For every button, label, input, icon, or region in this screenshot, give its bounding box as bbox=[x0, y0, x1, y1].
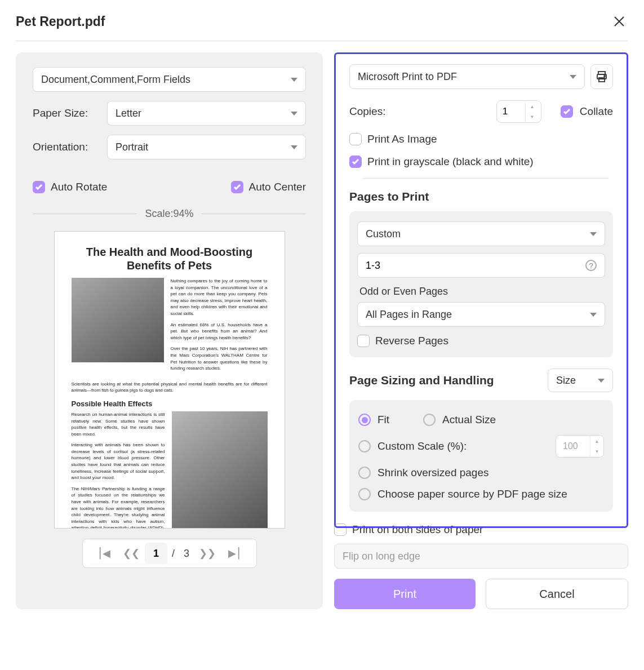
orientation-select[interactable]: Portrait bbox=[107, 135, 306, 159]
preview-title: The Health and Mood-Boosting Benefits of… bbox=[72, 245, 268, 272]
grayscale-checkbox[interactable] bbox=[349, 156, 362, 168]
preview-text: Nothing compares to the joy of coming ho… bbox=[171, 278, 268, 317]
page-preview: The Health and Mood-Boosting Benefits of… bbox=[54, 231, 285, 529]
close-button[interactable] bbox=[610, 12, 628, 30]
actual-size-label: Actual Size bbox=[442, 414, 496, 426]
auto-center-checkbox[interactable] bbox=[231, 181, 243, 193]
shrink-label: Shrink oversized pages bbox=[377, 467, 489, 479]
paper-source-radio[interactable] bbox=[358, 488, 371, 500]
preview-heading: Possible Health Effects bbox=[72, 400, 268, 408]
preview-text: Scientists are looking at what the poten… bbox=[72, 381, 268, 394]
dialog-title: Pet Report.pdf bbox=[16, 14, 105, 29]
print-as-image-checkbox[interactable] bbox=[349, 133, 362, 145]
svg-rect-2 bbox=[599, 78, 605, 82]
grayscale-label: Print in grayscale (black and white) bbox=[367, 156, 534, 168]
paper-size-value: Letter bbox=[116, 108, 141, 119]
odd-even-label: Odd or Even Pages bbox=[359, 286, 605, 298]
flip-value: Flip on long edge bbox=[343, 551, 420, 562]
scale-up-button[interactable]: ▲ bbox=[590, 436, 603, 446]
pages-to-print-box: Custom ? Odd or Even Pages All Pages in … bbox=[349, 211, 613, 357]
prev-page-button[interactable]: ❮❮ bbox=[118, 540, 145, 567]
preview-text: An estimated 68% of U.S. households have… bbox=[171, 322, 268, 341]
pages-mode-select[interactable]: Custom bbox=[357, 221, 605, 246]
odd-even-value: All Pages in Range bbox=[366, 309, 452, 321]
copies-up-button[interactable]: ▲ bbox=[526, 101, 539, 112]
current-page-input[interactable] bbox=[145, 543, 167, 564]
fit-label: Fit bbox=[377, 414, 389, 426]
printer-select[interactable]: Microsoft Print to PDF bbox=[349, 64, 585, 89]
highlighted-region: Microsoft Print to PDF Copies: ▲ ▼ bbox=[334, 52, 628, 528]
shrink-radio[interactable] bbox=[358, 467, 371, 479]
page-sizing-box: Fit Actual Size Custom Scale (%): 100 bbox=[349, 400, 613, 512]
print-button-label: Print bbox=[393, 588, 416, 601]
svg-point-3 bbox=[604, 76, 605, 77]
pages-to-print-title: Pages to Print bbox=[349, 190, 613, 203]
first-page-button[interactable]: ⎮◀ bbox=[91, 540, 118, 567]
custom-scale-input[interactable]: 100 ▲ ▼ bbox=[556, 435, 604, 458]
orientation-value: Portrait bbox=[116, 141, 148, 153]
page-range-input-wrapper: ? bbox=[357, 253, 605, 278]
next-page-button[interactable]: ❯❯ bbox=[194, 540, 221, 567]
reverse-pages-label: Reverse Pages bbox=[375, 335, 448, 347]
sizing-select[interactable]: Size bbox=[548, 369, 613, 392]
copies-label: Copies: bbox=[349, 105, 385, 118]
content-select-value: Document,Comment,Form Fields bbox=[41, 74, 190, 86]
actual-size-radio[interactable] bbox=[423, 414, 436, 426]
custom-scale-value: 100 bbox=[563, 441, 578, 451]
fit-radio[interactable] bbox=[358, 414, 371, 426]
collate-checkbox[interactable] bbox=[561, 105, 573, 118]
divider bbox=[363, 178, 609, 179]
reverse-pages-checkbox[interactable] bbox=[357, 335, 370, 347]
printer-value: Microsoft Print to PDF bbox=[358, 71, 457, 83]
auto-rotate-label: Auto Rotate bbox=[51, 181, 107, 193]
check-icon bbox=[233, 184, 241, 190]
chevron-down-icon bbox=[598, 379, 605, 383]
print-button[interactable]: Print bbox=[334, 579, 476, 609]
total-pages: 3 bbox=[179, 548, 194, 560]
custom-scale-radio[interactable] bbox=[358, 440, 371, 452]
preview-text: Over the past 10 years, NIH has partnere… bbox=[171, 345, 268, 371]
chevron-down-icon bbox=[291, 145, 297, 149]
chevron-down-icon bbox=[291, 112, 297, 116]
preview-text: Interacting with animals has been shown … bbox=[72, 442, 165, 481]
help-icon[interactable]: ? bbox=[585, 260, 597, 271]
copies-value[interactable] bbox=[497, 106, 525, 117]
paper-size-label: Paper Size: bbox=[33, 107, 100, 119]
page-navigator: ⎮◀ ❮❮ / 3 ❯❯ ▶⎮ bbox=[82, 539, 257, 568]
check-icon bbox=[352, 158, 359, 165]
flip-select[interactable]: Flip on long edge bbox=[334, 544, 628, 569]
collate-label: Collate bbox=[580, 105, 613, 118]
auto-rotate-checkbox[interactable] bbox=[33, 181, 45, 193]
cancel-button[interactable]: Cancel bbox=[486, 579, 628, 609]
auto-center-label: Auto Center bbox=[249, 181, 306, 193]
copies-input[interactable]: ▲ ▼ bbox=[496, 100, 541, 123]
page-sizing-title: Page Sizing and Handling bbox=[349, 374, 494, 387]
print-as-image-label: Print As Image bbox=[367, 133, 437, 145]
check-icon bbox=[35, 184, 43, 190]
preview-image-dog bbox=[172, 411, 268, 529]
preview-text: Research on human-animal interactions is… bbox=[72, 411, 165, 437]
orientation-label: Orientation: bbox=[33, 141, 100, 153]
odd-even-select[interactable]: All Pages in Range bbox=[357, 302, 605, 327]
chevron-down-icon bbox=[590, 313, 597, 317]
cancel-button-label: Cancel bbox=[539, 588, 574, 601]
close-icon bbox=[613, 15, 625, 28]
last-page-button[interactable]: ▶⎮ bbox=[221, 540, 248, 567]
scale-label: Scale:94% bbox=[145, 208, 193, 220]
preview-panel: Document,Comment,Form Fields Paper Size:… bbox=[16, 52, 323, 609]
pager-separator: / bbox=[167, 548, 179, 560]
paper-source-label: Choose paper source by PDF page size bbox=[377, 488, 567, 500]
settings-panel: Microsoft Print to PDF Copies: ▲ ▼ bbox=[334, 52, 628, 609]
scale-down-button[interactable]: ▼ bbox=[590, 446, 603, 456]
divider bbox=[202, 214, 306, 214]
sizing-value: Size bbox=[556, 375, 576, 387]
paper-size-select[interactable]: Letter bbox=[107, 101, 306, 126]
content-select[interactable]: Document,Comment,Form Fields bbox=[33, 67, 306, 92]
preview-text: The NIH/Mars Partnership is funding a ra… bbox=[72, 486, 165, 529]
printer-properties-button[interactable] bbox=[590, 64, 613, 89]
check-icon bbox=[563, 108, 571, 115]
pages-mode-value: Custom bbox=[366, 228, 401, 240]
copies-down-button[interactable]: ▼ bbox=[526, 112, 539, 122]
chevron-down-icon bbox=[590, 232, 597, 236]
page-range-input[interactable] bbox=[366, 260, 585, 272]
